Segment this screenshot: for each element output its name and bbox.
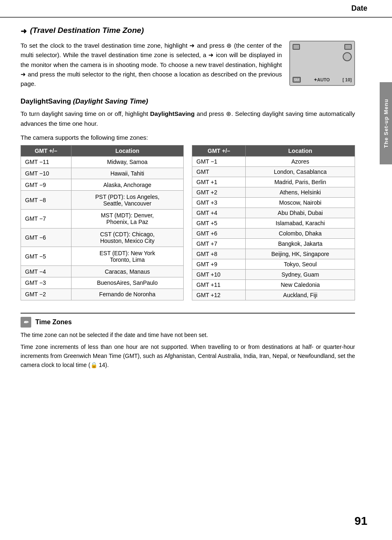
location-cell: BuenosAires, SanPaulo — [71, 277, 183, 288]
gmt-cell: GMT −4 — [21, 266, 71, 277]
time-zones-note: ✏ Time Zones The time zone can not be se… — [21, 313, 355, 370]
table-row: GMT +11New Caledonia — [192, 279, 355, 290]
sidebar-tab: The Set-up Menu — [380, 82, 392, 164]
gmt-cell: GMT +1 — [192, 177, 246, 187]
right-table-header-gmt: GMT +/– — [192, 145, 246, 156]
note-text1: The time zone can not be selected if the… — [21, 331, 355, 340]
tables-wrapper: GMT +/– Location GMT −11Midway, SamoaGMT… — [21, 145, 355, 300]
location-cell: Moscow, Nairobi — [246, 197, 355, 208]
gmt-cell: GMT −11 — [21, 156, 71, 168]
camera-image: 5M ✦AUTO [ 10] — [289, 41, 355, 86]
main-content: ➜ (Travel Destination Time Zone) 5M ✦AUT… — [0, 18, 392, 381]
gmt-cell: GMT +4 — [192, 208, 246, 218]
table-row: GMT −5EST (EDT): New YorkToronto, Lima — [21, 247, 184, 266]
table-row: GMT +7Bangkok, Jakarta — [192, 238, 355, 249]
gmt-cell: GMT +12 — [192, 290, 246, 300]
gmt-cell: GMT +9 — [192, 259, 246, 269]
cam-mode-text: ✦AUTO — [314, 77, 330, 83]
gmt-cell: GMT +3 — [192, 197, 246, 208]
daylight-section-title: DaylightSaving (Daylight Saving Time) — [21, 97, 355, 106]
table-row: GMT −4Caracas, Manaus — [21, 266, 184, 277]
table-row: GMT +10Sydney, Guam — [192, 269, 355, 279]
table-row: GMT −2Fernando de Noronha — [21, 288, 184, 300]
table-row: GMT +12Auckland, Fiji — [192, 290, 355, 300]
daylight-bold-label: DaylightSaving — [150, 110, 194, 117]
gmt-cell: GMT −7 — [21, 210, 71, 228]
location-cell: Fernando de Noronha — [71, 288, 183, 300]
table-row: GMT −6CST (CDT): Chicago,Houston, Mexico… — [21, 228, 184, 247]
arrow-inline3: ➜ — [21, 71, 26, 78]
daylight-title-italic: (Daylight Saving Time) — [73, 97, 148, 105]
table-row: GMT −7MST (MDT): Denver,Phoenix, La Paz — [21, 210, 184, 228]
table-intro-text: The camera supports the following time z… — [21, 134, 355, 141]
page-title: Date — [351, 4, 367, 13]
table-row: GMT +2Athens, Helsinki — [192, 187, 355, 197]
cam-frame-text: [ 10] — [342, 77, 352, 82]
location-cell: London, Casablanca — [246, 166, 355, 177]
cam-top-icon — [344, 44, 352, 50]
gmt-cell: GMT +8 — [192, 249, 246, 259]
cam-rect-icon — [293, 44, 300, 50]
location-cell: Sydney, Guam — [246, 269, 355, 279]
table-row: GMT +3Moscow, Nairobi — [192, 197, 355, 208]
gmt-cell: GMT +2 — [192, 187, 246, 197]
table-row: GMT −3BuenosAires, SanPaulo — [21, 277, 184, 288]
location-cell: Beijing, HK, Singapore — [246, 249, 355, 259]
location-cell: CST (CDT): Chicago,Houston, Mexico City — [71, 228, 183, 247]
cam-circle-icon — [343, 52, 352, 61]
gmt-cell: GMT −2 — [21, 288, 71, 300]
table-row: GMT +5Islamabad, Karachi — [192, 218, 355, 228]
gmt-cell: GMT −8 — [21, 191, 71, 210]
gmt-cell: GMT +11 — [192, 279, 246, 290]
table-row: GMT −9Alaska, Anchorage — [21, 179, 184, 191]
gmt-cell: GMT — [192, 166, 246, 177]
gmt-cell: GMT −5 — [21, 247, 71, 266]
gmt-cell: GMT −9 — [21, 179, 71, 191]
location-cell: Caracas, Manaus — [71, 266, 183, 277]
location-cell: Colombo, Dhaka — [246, 228, 355, 238]
gmt-cell: GMT +6 — [192, 228, 246, 238]
left-gmt-table: GMT +/– Location GMT −11Midway, SamoaGMT… — [21, 145, 184, 300]
location-cell: Abu Dhabi, Dubai — [246, 208, 355, 218]
arrow-icon: ➜ — [21, 27, 27, 36]
table-section: The camera supports the following time z… — [21, 134, 355, 300]
location-cell: Bangkok, Jakarta — [246, 238, 355, 249]
gmt-cell: GMT +10 — [192, 269, 246, 279]
location-cell: Hawaii, Tahiti — [71, 168, 183, 179]
gmt-cell: GMT +5 — [192, 218, 246, 228]
table-row: GMT +1Madrid, Paris, Berlin — [192, 177, 355, 187]
location-cell: EST (EDT): New YorkToronto, Lima — [71, 247, 183, 266]
note-icon: ✏ — [21, 317, 31, 328]
location-cell: Madrid, Paris, Berlin — [246, 177, 355, 187]
table-row: GMT −10Hawaii, Tahiti — [21, 168, 184, 179]
location-cell: Auckland, Fiji — [246, 290, 355, 300]
table-row: GMTLondon, Casablanca — [192, 166, 355, 177]
location-cell: Tokyo, Seoul — [246, 259, 355, 269]
table-row: GMT +9Tokyo, Seoul — [192, 259, 355, 269]
cam-mode-box: 5M — [293, 77, 301, 83]
location-cell: Islamabad, Karachi — [246, 218, 355, 228]
table-row: GMT −1Azores — [192, 156, 355, 166]
location-cell: PST (PDT): Los Angeles,Seattle, Vancouve… — [71, 191, 183, 210]
left-table-header-gmt: GMT +/– — [21, 145, 71, 156]
arrow-inline: ➜ — [189, 42, 195, 49]
table-row: GMT −8PST (PDT): Los Angeles,Seattle, Va… — [21, 191, 184, 210]
right-gmt-table: GMT +/– Location GMT −1AzoresGMTLondon, … — [192, 145, 355, 300]
travel-section-body: 5M ✦AUTO [ 10] To set the clock to the t… — [21, 41, 355, 94]
left-table-header-location: Location — [71, 145, 183, 156]
travel-section-header: ➜ (Travel Destination Time Zone) — [21, 26, 355, 36]
arrow-inline2: ➜ — [208, 51, 214, 58]
location-cell: MST (MDT): Denver,Phoenix, La Paz — [71, 210, 183, 228]
gmt-cell: GMT −6 — [21, 228, 71, 247]
note-text2: Time zone increments of less than one ho… — [21, 343, 355, 369]
table-row: GMT +8Beijing, HK, Singapore — [192, 249, 355, 259]
time-zones-header: ✏ Time Zones — [21, 317, 355, 328]
top-bar: Date — [0, 0, 392, 18]
table-row: GMT −11Midway, Samoa — [21, 156, 184, 168]
daylight-body1: To turn daylight saving time on or off, … — [21, 109, 355, 128]
sidebar-tab-label: The Set-up Menu — [383, 99, 389, 148]
daylight-title-normal: DaylightSaving — [21, 97, 71, 105]
travel-section-title: (Travel Destination Time Zone) — [30, 26, 144, 35]
table-row: GMT +4Abu Dhabi, Dubai — [192, 208, 355, 218]
gmt-cell: GMT −3 — [21, 277, 71, 288]
